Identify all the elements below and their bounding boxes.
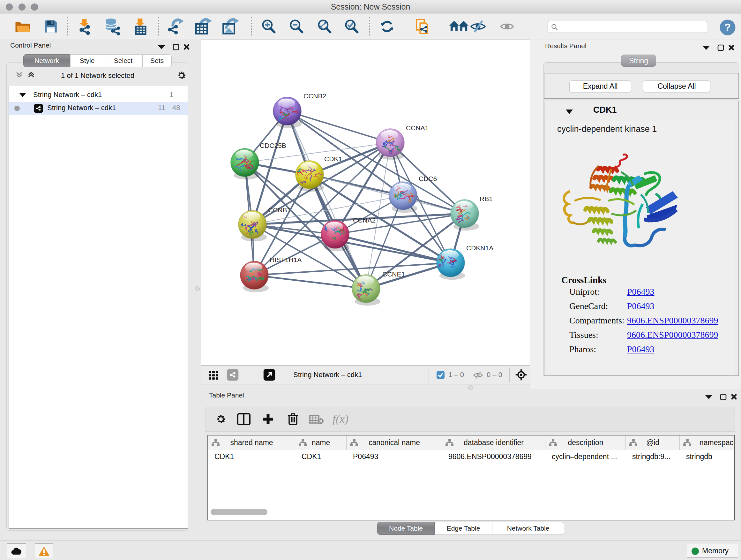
svg-text:?: ? (724, 21, 731, 33)
